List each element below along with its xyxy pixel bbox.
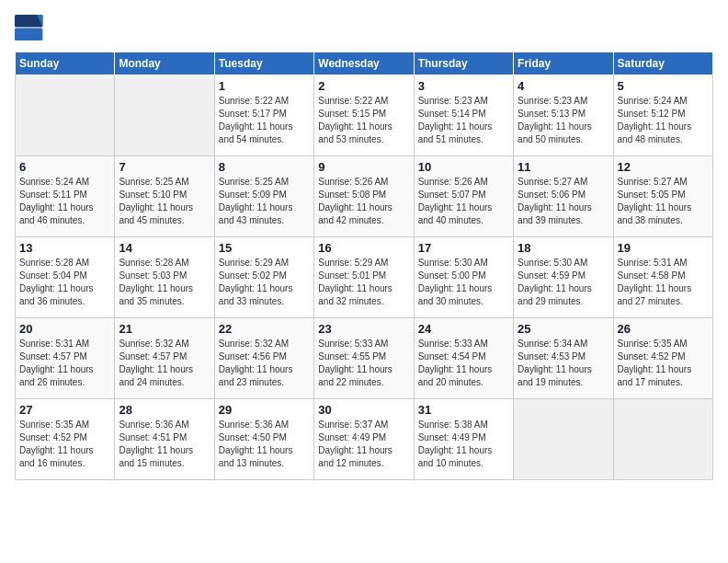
- day-cell: 22Sunrise: 5:32 AM Sunset: 4:56 PM Dayli…: [214, 318, 313, 399]
- logo: [15, 15, 48, 40]
- day-number: 21: [119, 322, 210, 336]
- day-cell: 24Sunrise: 5:33 AM Sunset: 4:54 PM Dayli…: [414, 318, 513, 399]
- logo-icon: [15, 15, 44, 40]
- day-number: 30: [318, 403, 409, 417]
- day-cell: 14Sunrise: 5:28 AM Sunset: 5:03 PM Dayli…: [115, 237, 214, 318]
- day-number: 5: [618, 79, 709, 93]
- day-info: Sunrise: 5:26 AM Sunset: 5:07 PM Dayligh…: [418, 176, 509, 227]
- day-cell: 7Sunrise: 5:25 AM Sunset: 5:10 PM Daylig…: [115, 156, 214, 237]
- day-info: Sunrise: 5:27 AM Sunset: 5:05 PM Dayligh…: [618, 176, 709, 227]
- day-info: Sunrise: 5:24 AM Sunset: 5:12 PM Dayligh…: [618, 95, 709, 146]
- day-cell: 12Sunrise: 5:27 AM Sunset: 5:05 PM Dayli…: [613, 156, 712, 237]
- day-cell: 28Sunrise: 5:36 AM Sunset: 4:51 PM Dayli…: [115, 399, 214, 480]
- week-row: 27Sunrise: 5:35 AM Sunset: 4:52 PM Dayli…: [16, 399, 713, 480]
- header-row: SundayMondayTuesdayWednesdayThursdayFrid…: [16, 52, 713, 75]
- day-info: Sunrise: 5:22 AM Sunset: 5:17 PM Dayligh…: [219, 95, 310, 146]
- day-cell: [115, 75, 214, 156]
- day-cell: 17Sunrise: 5:30 AM Sunset: 5:00 PM Dayli…: [414, 237, 513, 318]
- day-info: Sunrise: 5:32 AM Sunset: 4:56 PM Dayligh…: [219, 338, 310, 389]
- day-cell: 31Sunrise: 5:38 AM Sunset: 4:49 PM Dayli…: [414, 399, 513, 480]
- day-number: 31: [418, 403, 509, 417]
- day-cell: [16, 75, 115, 156]
- day-info: Sunrise: 5:37 AM Sunset: 4:49 PM Dayligh…: [318, 419, 409, 470]
- day-info: Sunrise: 5:29 AM Sunset: 5:02 PM Dayligh…: [219, 257, 310, 308]
- day-number: 29: [219, 403, 310, 417]
- day-cell: 10Sunrise: 5:26 AM Sunset: 5:07 PM Dayli…: [414, 156, 513, 237]
- day-cell: 21Sunrise: 5:32 AM Sunset: 4:57 PM Dayli…: [115, 318, 214, 399]
- day-info: Sunrise: 5:28 AM Sunset: 5:04 PM Dayligh…: [19, 257, 110, 308]
- day-number: 22: [219, 322, 310, 336]
- week-row: 13Sunrise: 5:28 AM Sunset: 5:04 PM Dayli…: [16, 237, 713, 318]
- day-info: Sunrise: 5:29 AM Sunset: 5:01 PM Dayligh…: [318, 257, 409, 308]
- day-info: Sunrise: 5:27 AM Sunset: 5:06 PM Dayligh…: [518, 176, 609, 227]
- calendar-table: SundayMondayTuesdayWednesdayThursdayFrid…: [15, 52, 713, 480]
- svg-rect-2: [15, 28, 42, 40]
- day-header: Thursday: [414, 52, 513, 75]
- day-cell: 15Sunrise: 5:29 AM Sunset: 5:02 PM Dayli…: [214, 237, 313, 318]
- day-number: 18: [518, 241, 609, 255]
- day-number: 27: [19, 403, 110, 417]
- day-header: Monday: [115, 52, 214, 75]
- day-info: Sunrise: 5:35 AM Sunset: 4:52 PM Dayligh…: [19, 419, 110, 470]
- day-info: Sunrise: 5:32 AM Sunset: 4:57 PM Dayligh…: [119, 338, 210, 389]
- day-header: Tuesday: [214, 52, 313, 75]
- day-number: 4: [518, 79, 609, 93]
- week-row: 6Sunrise: 5:24 AM Sunset: 5:11 PM Daylig…: [16, 156, 713, 237]
- day-cell: 5Sunrise: 5:24 AM Sunset: 5:12 PM Daylig…: [613, 75, 712, 156]
- day-number: 28: [119, 403, 210, 417]
- day-number: 3: [418, 79, 509, 93]
- day-cell: [514, 399, 613, 480]
- day-info: Sunrise: 5:28 AM Sunset: 5:03 PM Dayligh…: [119, 257, 210, 308]
- day-header: Sunday: [16, 52, 115, 75]
- day-info: Sunrise: 5:31 AM Sunset: 4:57 PM Dayligh…: [19, 338, 110, 389]
- day-cell: 16Sunrise: 5:29 AM Sunset: 5:01 PM Dayli…: [314, 237, 414, 318]
- day-number: 10: [418, 160, 509, 174]
- day-cell: 29Sunrise: 5:36 AM Sunset: 4:50 PM Dayli…: [214, 399, 313, 480]
- day-number: 9: [318, 160, 409, 174]
- day-number: 12: [618, 160, 709, 174]
- day-cell: 4Sunrise: 5:23 AM Sunset: 5:13 PM Daylig…: [514, 75, 613, 156]
- day-number: 25: [518, 322, 609, 336]
- day-info: Sunrise: 5:36 AM Sunset: 4:51 PM Dayligh…: [119, 419, 210, 470]
- day-cell: 1Sunrise: 5:22 AM Sunset: 5:17 PM Daylig…: [214, 75, 313, 156]
- day-cell: 19Sunrise: 5:31 AM Sunset: 4:58 PM Dayli…: [613, 237, 712, 318]
- day-info: Sunrise: 5:24 AM Sunset: 5:11 PM Dayligh…: [19, 176, 110, 227]
- day-header: Wednesday: [314, 52, 414, 75]
- day-number: 15: [219, 241, 310, 255]
- day-info: Sunrise: 5:30 AM Sunset: 5:00 PM Dayligh…: [418, 257, 509, 308]
- day-number: 17: [418, 241, 509, 255]
- day-cell: 25Sunrise: 5:34 AM Sunset: 4:53 PM Dayli…: [514, 318, 613, 399]
- day-header: Friday: [514, 52, 613, 75]
- day-info: Sunrise: 5:38 AM Sunset: 4:49 PM Dayligh…: [418, 419, 509, 470]
- day-info: Sunrise: 5:23 AM Sunset: 5:13 PM Dayligh…: [518, 95, 609, 146]
- day-cell: 26Sunrise: 5:35 AM Sunset: 4:52 PM Dayli…: [613, 318, 712, 399]
- day-cell: 11Sunrise: 5:27 AM Sunset: 5:06 PM Dayli…: [514, 156, 613, 237]
- day-number: 2: [318, 79, 409, 93]
- day-number: 26: [618, 322, 709, 336]
- day-number: 7: [119, 160, 210, 174]
- day-cell: 23Sunrise: 5:33 AM Sunset: 4:55 PM Dayli…: [314, 318, 414, 399]
- day-number: 23: [318, 322, 409, 336]
- day-number: 6: [19, 160, 110, 174]
- day-info: Sunrise: 5:33 AM Sunset: 4:55 PM Dayligh…: [318, 338, 409, 389]
- day-info: Sunrise: 5:22 AM Sunset: 5:15 PM Dayligh…: [318, 95, 409, 146]
- day-info: Sunrise: 5:25 AM Sunset: 5:10 PM Dayligh…: [119, 176, 210, 227]
- day-cell: 6Sunrise: 5:24 AM Sunset: 5:11 PM Daylig…: [16, 156, 115, 237]
- week-row: 20Sunrise: 5:31 AM Sunset: 4:57 PM Dayli…: [16, 318, 713, 399]
- day-header: Saturday: [613, 52, 712, 75]
- day-number: 1: [219, 79, 310, 93]
- day-number: 16: [318, 241, 409, 255]
- day-cell: 8Sunrise: 5:25 AM Sunset: 5:09 PM Daylig…: [214, 156, 313, 237]
- day-cell: 13Sunrise: 5:28 AM Sunset: 5:04 PM Dayli…: [16, 237, 115, 318]
- day-info: Sunrise: 5:23 AM Sunset: 5:14 PM Dayligh…: [418, 95, 509, 146]
- day-number: 11: [518, 160, 609, 174]
- day-cell: 2Sunrise: 5:22 AM Sunset: 5:15 PM Daylig…: [314, 75, 414, 156]
- day-cell: [613, 399, 712, 480]
- day-info: Sunrise: 5:36 AM Sunset: 4:50 PM Dayligh…: [219, 419, 310, 470]
- day-number: 24: [418, 322, 509, 336]
- day-info: Sunrise: 5:35 AM Sunset: 4:52 PM Dayligh…: [618, 338, 709, 389]
- week-row: 1Sunrise: 5:22 AM Sunset: 5:17 PM Daylig…: [16, 75, 713, 156]
- day-cell: 30Sunrise: 5:37 AM Sunset: 4:49 PM Dayli…: [314, 399, 414, 480]
- day-info: Sunrise: 5:33 AM Sunset: 4:54 PM Dayligh…: [418, 338, 509, 389]
- day-number: 13: [19, 241, 110, 255]
